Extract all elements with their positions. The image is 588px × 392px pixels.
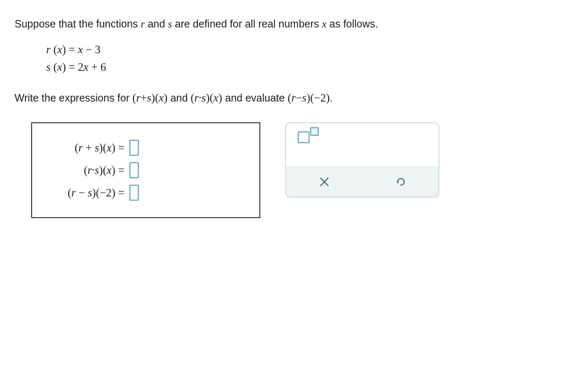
tool-palette (286, 123, 439, 166)
var-x: x (322, 18, 326, 30)
answer-input-sum[interactable] (130, 140, 139, 156)
tool-actions (286, 166, 439, 197)
definition-s: s (x) = 2x + 6 (46, 59, 573, 76)
problem-task: Write the expressions for (r+s)(x) and (… (15, 90, 573, 106)
answer-label-diff: (r − s)(−2) = (68, 186, 125, 199)
task-text-3: and evaluate (222, 92, 288, 104)
intro-text-2: and (145, 18, 168, 30)
undo-button[interactable] (362, 167, 439, 197)
answer-input-diff[interactable] (130, 185, 139, 201)
svg-marker-2 (396, 181, 399, 184)
answer-label-sum: (r + s)(x) = (75, 141, 125, 154)
var-r: r (141, 18, 145, 30)
answer-row-sum: (r + s)(x) = (45, 140, 247, 156)
answer-input-prod[interactable] (130, 162, 139, 178)
answer-row-prod: (r·s)(x) = (45, 162, 247, 178)
exponent-sup-icon (310, 127, 319, 136)
clear-button[interactable] (286, 167, 362, 197)
task-text-2: and (167, 92, 191, 104)
close-icon (319, 176, 330, 188)
tool-panel (285, 122, 439, 198)
undo-icon (395, 176, 406, 188)
var-s: s (168, 18, 172, 30)
function-definitions: r (x) = x − 3 s (x) = 2x + 6 (46, 41, 573, 76)
intro-text-3: are defined for all real numbers (172, 18, 322, 30)
answer-label-prod: (r·s)(x) = (84, 164, 125, 177)
expr-diff: (r−s)(−2) (288, 92, 330, 104)
exponent-tool[interactable] (298, 131, 319, 143)
definition-r: r (x) = x − 3 (46, 41, 573, 59)
intro-text-1: Suppose that the functions (15, 18, 141, 30)
expr-sum: (r+s)(x) (132, 92, 167, 104)
task-text-1: Write the expressions for (15, 92, 132, 104)
answer-box: (r + s)(x) = (r·s)(x) = (r − s)(−2) = (31, 122, 260, 218)
exponent-base-icon (298, 131, 309, 143)
answer-row-diff: (r − s)(−2) = (45, 185, 247, 201)
intro-text-4: as follows. (326, 18, 378, 30)
task-text-4: . (330, 92, 333, 104)
problem-intro: Suppose that the functions r and s are d… (15, 17, 573, 31)
expr-prod: (r·s)(x) (191, 92, 222, 104)
